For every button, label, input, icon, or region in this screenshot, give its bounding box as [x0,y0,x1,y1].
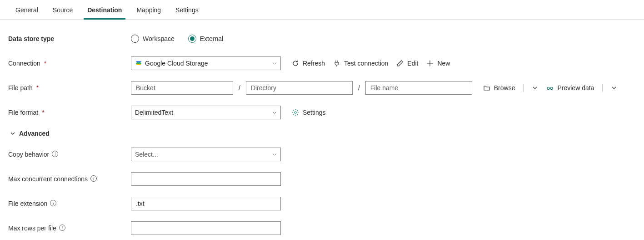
preview-more-button[interactable] [611,85,617,91]
chevron-down-icon [10,131,15,136]
directory-field[interactable] [250,84,349,92]
advanced-toggle[interactable]: Advanced [8,130,636,137]
label-file-format: File format * [8,109,131,116]
filename-field[interactable] [369,84,468,92]
info-icon[interactable] [50,200,56,206]
radio-circle-icon [188,35,196,43]
radio-label: External [200,35,223,42]
connection-value: Google Cloud Storage [145,60,208,67]
label-text: Max rows per file [8,225,56,232]
row-data-store-type: Data store type Workspace External [8,31,636,46]
radio-circle-icon [131,35,139,43]
refresh-button[interactable]: Refresh [292,60,325,67]
label-text: File path [8,84,33,92]
row-file-path: File path * / / Browse [8,81,636,95]
label-max-rows: Max rows per file [8,225,131,232]
gear-icon [292,109,299,116]
max-rows-field[interactable] [135,224,277,232]
test-connection-button[interactable]: Test connection [333,60,388,67]
label-max-concurrent: Max concurrent connections [8,175,131,183]
format-settings-button[interactable]: Settings [292,109,326,116]
row-connection: Connection * Google Cloud Storage Refres… [8,56,636,71]
tab-destination[interactable]: Destination [80,0,129,19]
chevron-down-icon [272,61,277,66]
tab-settings[interactable]: Settings [168,0,206,19]
action-label: Refresh [303,60,325,67]
pencil-icon [396,60,404,67]
max-concurrent-field[interactable] [135,175,277,183]
label-text: Copy behavior [8,151,49,158]
file-format-select[interactable]: DelimitedText [131,106,281,119]
gcs-icon [135,60,142,67]
path-separator: / [357,84,361,92]
plus-icon [426,60,434,67]
edit-button[interactable]: Edit [396,60,418,67]
label-text: File format [8,109,38,116]
label-text: Data store type [8,35,54,42]
max-concurrent-input[interactable] [131,172,281,186]
placeholder-text: Select... [135,151,158,158]
tab-general[interactable]: General [8,0,45,19]
directory-input[interactable] [246,81,353,95]
radio-label: Workspace [143,35,175,42]
required-asterisk: * [42,109,44,116]
advanced-label: Advanced [19,130,50,137]
label-text: File extension [8,200,47,207]
action-label: Test connection [344,60,388,67]
action-label: Settings [303,109,326,116]
label-data-store-type: Data store type [8,35,131,42]
svg-point-0 [547,87,549,90]
bucket-field[interactable] [135,84,229,92]
tab-source[interactable]: Source [45,0,80,19]
tab-bar: General Source Destination Mapping Setti… [0,0,644,20]
tab-mapping[interactable]: Mapping [129,0,168,19]
label-text: Max concurrent connections [8,175,88,183]
info-icon[interactable] [52,151,58,157]
radio-external[interactable]: External [188,35,223,43]
svg-point-2 [295,112,296,113]
required-asterisk: * [36,84,39,92]
plug-icon [333,60,340,67]
copy-behavior-select[interactable]: Select... [131,148,281,161]
info-icon[interactable] [59,225,65,231]
required-asterisk: * [44,60,46,67]
chevron-down-icon [272,110,277,115]
browse-button[interactable]: Browse [483,84,515,92]
new-button[interactable]: New [426,60,450,67]
label-file-path: File path * [8,84,131,92]
action-label: Edit [407,60,418,67]
row-max-rows: Max rows per file [8,221,636,235]
action-label: New [437,60,450,67]
action-label: Browse [494,84,515,92]
file-format-value: DelimitedText [135,109,173,116]
radio-workspace[interactable]: Workspace [131,35,175,43]
folder-icon [483,84,490,92]
chevron-down-icon [611,85,617,91]
info-icon[interactable] [90,175,97,182]
row-file-format: File format * DelimitedText Settings [8,105,636,120]
label-copy-behavior: Copy behavior [8,151,131,158]
browse-more-button[interactable] [532,85,538,91]
path-separator: / [238,84,241,92]
file-extension-field[interactable] [135,199,277,208]
destination-form: Data store type Workspace External Conne… [0,20,644,240]
row-max-concurrent: Max concurrent connections [8,172,636,186]
max-rows-input[interactable] [131,221,281,235]
label-connection: Connection * [8,60,131,67]
row-copy-behavior: Copy behavior Select... [8,147,636,162]
file-extension-input[interactable] [131,197,281,210]
chevron-down-icon [532,85,538,91]
separator [602,84,603,92]
label-file-extension: File extension [8,200,131,207]
action-label: Preview data [557,84,594,92]
connection-select[interactable]: Google Cloud Storage [131,56,281,70]
bucket-input[interactable] [131,81,233,95]
chevron-down-icon [272,152,277,157]
refresh-icon [292,60,299,67]
svg-point-1 [550,87,553,90]
glasses-icon [546,84,554,92]
separator [523,84,524,92]
preview-data-button[interactable]: Preview data [546,84,594,92]
filename-input[interactable] [365,81,472,95]
label-text: Connection [8,60,40,67]
